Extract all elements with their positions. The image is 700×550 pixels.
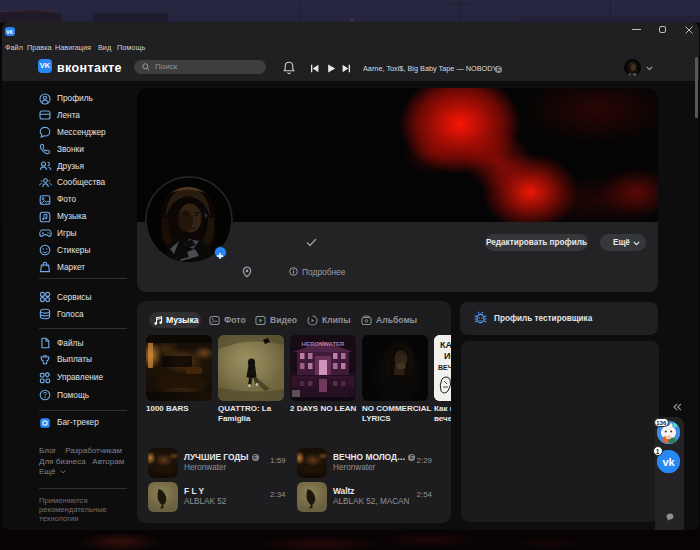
svg-text:HERONWATER: HERONWATER [302, 341, 346, 347]
svg-text:ИС: ИС [444, 351, 451, 361]
svg-text:ВЕЧЕР: ВЕЧЕР [438, 364, 451, 371]
svg-text:КАК: КАК [440, 340, 451, 350]
svg-text:vk: vk [662, 456, 675, 468]
